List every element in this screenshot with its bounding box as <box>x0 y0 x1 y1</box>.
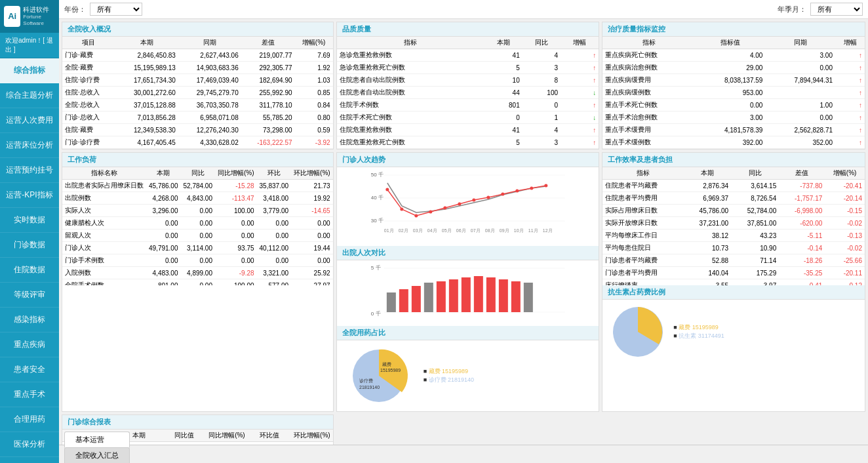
table-cell: 0.00 <box>146 254 181 267</box>
table-row: 实际开放缭床日数37,231.0037,851.00-620.00-0.02 <box>602 217 865 230</box>
table-cell: 100 <box>523 87 561 99</box>
table-cell: -9.28 <box>215 267 257 279</box>
table-cell: 55,785.20 <box>241 111 295 124</box>
sidebar-item-医保分析[interactable]: 医保分析 <box>0 432 59 457</box>
svg-point-15 <box>515 190 519 193</box>
workload-table-scroll[interactable]: 指标名称本期同比同比增幅(%)环比环比增幅(%) 出院患者实际占用缭床日数45,… <box>62 167 333 285</box>
table-cell: -0.15 <box>825 205 865 217</box>
svg-rect-38 <box>436 281 445 312</box>
outpatient-trend-title: 门诊人次趋势 <box>337 153 599 167</box>
table-cell: -5.11 <box>779 230 825 242</box>
svg-point-16 <box>530 187 533 190</box>
sidebar-item-住院数据[interactable]: 住院数据 <box>0 258 59 283</box>
table-cell: ↑ <box>561 49 599 62</box>
table-cell: 门诊手术例数 <box>62 254 146 267</box>
table-cell: 3,614.15 <box>731 180 779 192</box>
table-cell: 入院例数 <box>62 267 146 279</box>
table-cell: -113.47 <box>215 192 257 205</box>
sidebar-item-重点疾病[interactable]: 重点疾病 <box>0 332 59 357</box>
table-cell: 门诊·诊疗费 <box>62 136 115 149</box>
table-cell: 577.00 <box>257 279 292 286</box>
table-cell: 10 <box>484 74 522 87</box>
table-cell: 37,015,128.88 <box>115 99 178 111</box>
table-cell: -163,222.57 <box>241 136 295 149</box>
table-cell: 40,112.00 <box>257 242 292 254</box>
bottom-tabs: 基本运营全院收入汇总 <box>59 445 868 463</box>
svg-rect-36 <box>411 286 420 312</box>
bottom-tab-1[interactable]: 全院收入汇总 <box>64 447 130 463</box>
table-cell: 出院例数 <box>62 192 146 205</box>
table-row: 重点疾病死亡例数4.003.00↑ <box>602 49 865 62</box>
table-cell: 8,726.54 <box>731 192 779 205</box>
table-row: 门诊人次49,791.003,114.0093.7540,112.0019.44 <box>62 242 333 254</box>
table-cell: 4,843.00 <box>181 192 216 205</box>
table-cell: ↑ <box>835 136 865 149</box>
table-cell: 6,958,071.08 <box>178 111 241 124</box>
table-cell: ↑ <box>561 124 599 136</box>
table-row: 重点手术缓例数392.00352.00↑ <box>602 136 865 149</box>
svg-point-17 <box>544 184 547 188</box>
sidebar-item-感染指标[interactable]: 感染指标 <box>0 308 59 332</box>
col-header: 指标 <box>602 167 683 180</box>
year-select[interactable]: 所有 <box>90 3 142 16</box>
table-cell: 5 <box>484 62 522 74</box>
col-header: 同期 <box>178 37 241 49</box>
treatment-table: 指标指标值同期增幅 重点疾病死亡例数4.003.00↑重点疾病治愈例数29.00… <box>602 37 865 149</box>
table-cell: 41 <box>484 49 522 62</box>
table-cell: 0.00 <box>257 230 292 242</box>
table-cell: 0.00 <box>257 217 292 230</box>
sidebar-item-质控指标[interactable]: 质控指标 <box>0 457 59 463</box>
table-cell: 25.92 <box>291 267 333 279</box>
treatment-table-scroll[interactable]: 指标指标值同期增幅 重点疾病死亡例数4.003.00↑重点疾病治愈例数29.00… <box>602 37 865 149</box>
sidebar-item-综合指标[interactable]: 综合指标 <box>0 58 59 83</box>
table-cell: 平均每缭床工作日 <box>602 230 683 242</box>
table-cell: 平均每患住院日 <box>602 242 683 254</box>
table-cell: 住院手术死亡例数 <box>337 111 484 124</box>
sidebar-item-等级评审[interactable]: 等级评审 <box>0 283 59 308</box>
table-cell: 门诊·藏费 <box>62 49 115 62</box>
sidebar-item-运营人次费用[interactable]: 运营人次费用 <box>0 108 59 133</box>
sidebar-item-合理用药[interactable]: 合理用药 <box>0 407 59 432</box>
table-cell: 4 <box>523 124 561 136</box>
sidebar-item-门诊数据[interactable]: 门诊数据 <box>0 233 59 258</box>
table-cell: -0.14 <box>779 242 825 254</box>
table-cell: 292,305.77 <box>241 62 295 74</box>
table-cell <box>765 87 835 99</box>
col-header: 同比值 <box>163 430 206 442</box>
quality-table-scroll[interactable]: 指标本期同比增幅 急诊危重抢救例数414↑急诊危重抢救死亡例数53↑住院患者自动… <box>337 37 599 149</box>
sidebar-item-综合主题分析[interactable]: 综合主题分析 <box>0 83 59 108</box>
svg-rect-39 <box>448 279 458 312</box>
sidebar-item-运营预约挂号[interactable]: 运营预约挂号 <box>0 158 59 183</box>
quarter-select[interactable]: 所有 <box>810 3 863 16</box>
table-cell: 实际开放缭床日数 <box>602 217 683 230</box>
charts-panel: 门诊人次趋势 50 千 40 千 30 千 <box>336 152 600 412</box>
svg-text:03月: 03月 <box>412 228 422 233</box>
sidebar-item-运营床位分析[interactable]: 运营床位分析 <box>0 133 59 158</box>
table-cell: 重点疾病缓例数 <box>602 87 695 99</box>
col-header: 环比增幅(%) <box>291 167 333 180</box>
svg-text:05月: 05月 <box>441 228 451 233</box>
svg-text:02月: 02月 <box>398 228 408 233</box>
drug-ratio-area: 诊疗费 21819140 藏费 15195989 ■ 藏费 15195989 ■… <box>337 340 599 411</box>
sidebar-item-患者安全[interactable]: 患者安全 <box>0 357 59 382</box>
table-cell: 0.00 <box>291 230 333 242</box>
quality-title: 品质质量 <box>337 22 599 37</box>
svg-rect-34 <box>386 292 395 312</box>
sidebar-item-重点手术[interactable]: 重点手术 <box>0 382 59 407</box>
svg-point-14 <box>501 193 504 196</box>
burden-table: 指标本期同比差值增幅(%) 住院患者平均藏费2,876.343,614.15-7… <box>602 167 865 285</box>
revenue-table-scroll[interactable]: 项目本期同期差值增幅(%) 门诊·藏费2,846,450.832,627,443… <box>62 37 333 149</box>
table-cell: ↑ <box>561 136 599 149</box>
table-cell: 0.00 <box>181 254 216 267</box>
table-cell: 2,627,443.06 <box>178 49 241 62</box>
bottom-tab-0[interactable]: 基本运营 <box>64 432 130 448</box>
table-row: 实际人次3,296.000.00100.003,779.00-14.65 <box>62 205 333 217</box>
sidebar-item-实时数据[interactable]: 实时数据 <box>0 208 59 233</box>
burden-table-scroll[interactable]: 指标本期同比差值增幅(%) 住院患者平均藏费2,876.343,614.15-7… <box>602 167 865 285</box>
table-cell: 0.00 <box>146 230 181 242</box>
sidebar-item-运营-KPI指标[interactable]: 运营-KPI指标 <box>0 183 59 208</box>
table-row: 重点手术死亡例数0.001.00↑ <box>602 99 865 111</box>
table-cell: 43.23 <box>731 230 779 242</box>
table-row: 全院·总收入37,015,128.8836,703,350.78311,778.… <box>62 99 333 111</box>
table-cell: -620.00 <box>779 217 825 230</box>
